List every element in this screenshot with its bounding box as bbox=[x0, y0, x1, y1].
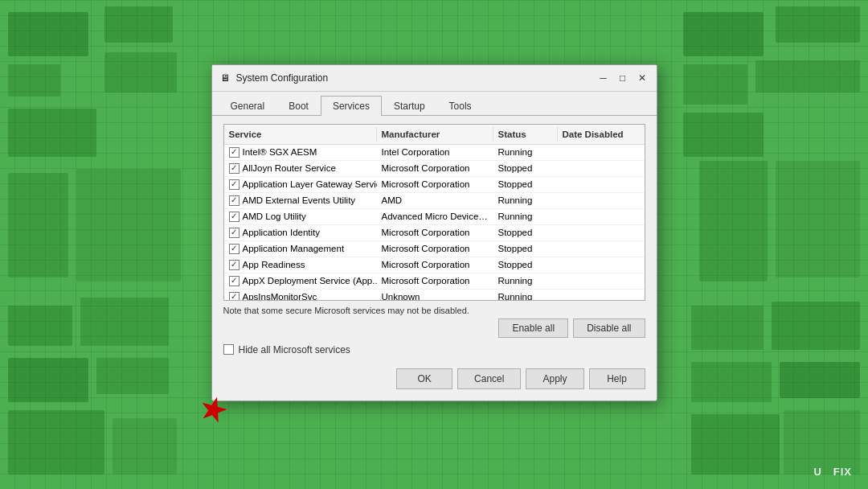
system-config-dialog: 🖥 System Configuration ─ □ ✕ General Boo… bbox=[211, 64, 657, 401]
dialog-content: Service Manufacturer Status Date Disable… bbox=[212, 116, 657, 401]
manufacturer-cell: AMD bbox=[377, 193, 493, 208]
action-buttons: OK Cancel Apply Help bbox=[223, 364, 645, 392]
service-name: AMD Log Utility bbox=[243, 212, 306, 221]
table-row[interactable]: App Readiness Microsoft Corporation Stop… bbox=[224, 257, 645, 273]
manufacturer-cell: Microsoft Corporation bbox=[377, 177, 493, 191]
date-disabled-cell bbox=[558, 294, 645, 299]
service-name: Intel® SGX AESM bbox=[243, 147, 317, 157]
service-cell: Intel® SGX AESM bbox=[224, 145, 377, 160]
service-cell: AppX Deployment Service (App... bbox=[224, 273, 377, 289]
tab-tools[interactable]: Tools bbox=[437, 96, 484, 116]
ok-button[interactable]: OK bbox=[396, 368, 452, 389]
status-cell: Stopped bbox=[493, 177, 558, 191]
service-checkbox[interactable] bbox=[229, 195, 240, 206]
tab-services[interactable]: Services bbox=[321, 96, 382, 116]
status-cell: Stopped bbox=[493, 257, 558, 272]
enable-disable-row: Enable all Disable all bbox=[223, 318, 645, 338]
cancel-button[interactable]: Cancel bbox=[457, 368, 521, 389]
hide-microsoft-checkbox[interactable] bbox=[223, 344, 234, 355]
table-row[interactable]: AppX Deployment Service (App... Microsof… bbox=[224, 273, 645, 290]
date-disabled-cell bbox=[558, 198, 645, 203]
service-checkbox[interactable] bbox=[229, 179, 240, 190]
table-row[interactable]: Application Management Microsoft Corpora… bbox=[224, 241, 645, 257]
window-title: System Configuration bbox=[236, 72, 596, 84]
tab-general[interactable]: General bbox=[219, 96, 277, 116]
service-cell: AllJoyn Router Service bbox=[224, 161, 377, 176]
status-cell: Running bbox=[493, 209, 558, 224]
maximize-button[interactable]: □ bbox=[615, 70, 631, 86]
status-cell: Running bbox=[493, 273, 558, 288]
service-checkbox[interactable] bbox=[229, 212, 240, 222]
service-cell: AMD Log Utility bbox=[224, 209, 377, 224]
table-row[interactable]: AMD Log Utility Advanced Micro Devices, … bbox=[224, 209, 645, 225]
service-name: ApsInsMonitorSvc bbox=[243, 292, 317, 301]
manufacturer-cell: Microsoft Corporation bbox=[377, 225, 493, 240]
table-row[interactable]: Intel® SGX AESM Intel Corporation Runnin… bbox=[224, 145, 645, 161]
manufacturer-cell: Intel Corporation bbox=[377, 145, 493, 159]
date-disabled-cell bbox=[558, 246, 645, 251]
table-header: Service Manufacturer Status Date Disable… bbox=[224, 125, 645, 145]
table-row[interactable]: AllJoyn Router Service Microsoft Corpora… bbox=[224, 161, 645, 177]
service-checkbox[interactable] bbox=[229, 228, 240, 238]
manufacturer-cell: Unknown bbox=[377, 290, 493, 301]
services-table: Service Manufacturer Status Date Disable… bbox=[223, 124, 645, 301]
status-cell: Running bbox=[493, 193, 558, 208]
table-body[interactable]: Intel® SGX AESM Intel Corporation Runnin… bbox=[224, 145, 645, 301]
service-name: Application Identity bbox=[243, 228, 321, 237]
service-cell: Application Management bbox=[224, 241, 377, 257]
close-button[interactable]: ✕ bbox=[634, 70, 650, 86]
tab-bar: General Boot Services Startup Tools bbox=[212, 92, 657, 116]
enable-all-button[interactable]: Enable all bbox=[498, 318, 568, 338]
manufacturer-cell: Microsoft Corporation bbox=[377, 161, 493, 175]
status-cell: Stopped bbox=[493, 225, 558, 240]
window-controls: ─ □ ✕ bbox=[596, 70, 650, 86]
date-disabled-cell bbox=[558, 230, 645, 235]
status-cell: Stopped bbox=[493, 241, 558, 256]
service-checkbox[interactable] bbox=[229, 260, 240, 270]
table-row[interactable]: Application Identity Microsoft Corporati… bbox=[224, 225, 645, 241]
service-checkbox[interactable] bbox=[229, 163, 240, 174]
watermark: U FIX bbox=[814, 466, 852, 478]
col-date-disabled: Date Disabled bbox=[558, 127, 645, 142]
service-checkbox[interactable] bbox=[229, 276, 240, 286]
service-name: Application Management bbox=[243, 244, 345, 253]
status-cell: Running bbox=[493, 290, 558, 301]
service-name: App Readiness bbox=[243, 260, 305, 269]
service-checkbox[interactable] bbox=[229, 292, 240, 301]
table-row[interactable]: ApsInsMonitorSvc Unknown Running bbox=[224, 290, 645, 301]
date-disabled-cell bbox=[558, 262, 645, 267]
date-disabled-cell bbox=[558, 166, 645, 171]
disable-all-button[interactable]: Disable all bbox=[573, 318, 645, 338]
apply-button[interactable]: Apply bbox=[526, 368, 583, 389]
note-text: Note that some secure Microsoft services… bbox=[223, 306, 645, 315]
table-row[interactable]: Application Layer Gateway Service Micros… bbox=[224, 177, 645, 193]
date-disabled-cell bbox=[558, 278, 645, 283]
date-disabled-cell bbox=[558, 182, 645, 187]
service-checkbox[interactable] bbox=[229, 244, 240, 254]
help-button[interactable]: Help bbox=[589, 368, 645, 389]
date-disabled-cell bbox=[558, 150, 645, 154]
service-cell: ApsInsMonitorSvc bbox=[224, 290, 377, 301]
service-cell: AMD External Events Utility bbox=[224, 193, 377, 208]
service-cell: App Readiness bbox=[224, 257, 377, 273]
minimize-button[interactable]: ─ bbox=[596, 70, 612, 86]
table-row[interactable]: AMD External Events Utility AMD Running bbox=[224, 193, 645, 209]
manufacturer-cell: Microsoft Corporation bbox=[377, 241, 493, 256]
hide-microsoft-label: Hide all Microsoft services bbox=[239, 344, 350, 355]
hide-checkbox-row: Hide all Microsoft services bbox=[223, 344, 645, 355]
service-name: AllJoyn Router Service bbox=[243, 163, 336, 173]
col-status: Status bbox=[493, 127, 558, 142]
window-icon: 🖥 bbox=[219, 72, 231, 84]
tab-boot[interactable]: Boot bbox=[276, 96, 321, 116]
status-cell: Stopped bbox=[493, 161, 558, 175]
service-cell: Application Layer Gateway Service bbox=[224, 177, 377, 192]
manufacturer-cell: Microsoft Corporation bbox=[377, 257, 493, 272]
service-checkbox[interactable] bbox=[229, 147, 240, 158]
col-service: Service bbox=[224, 127, 377, 142]
title-bar: 🖥 System Configuration ─ □ ✕ bbox=[212, 65, 657, 92]
service-name: Application Layer Gateway Service bbox=[243, 179, 377, 189]
manufacturer-cell: Microsoft Corporation bbox=[377, 273, 493, 288]
manufacturer-cell: Advanced Micro Devices, I... bbox=[377, 209, 493, 224]
tab-startup[interactable]: Startup bbox=[382, 96, 437, 116]
date-disabled-cell bbox=[558, 214, 645, 219]
